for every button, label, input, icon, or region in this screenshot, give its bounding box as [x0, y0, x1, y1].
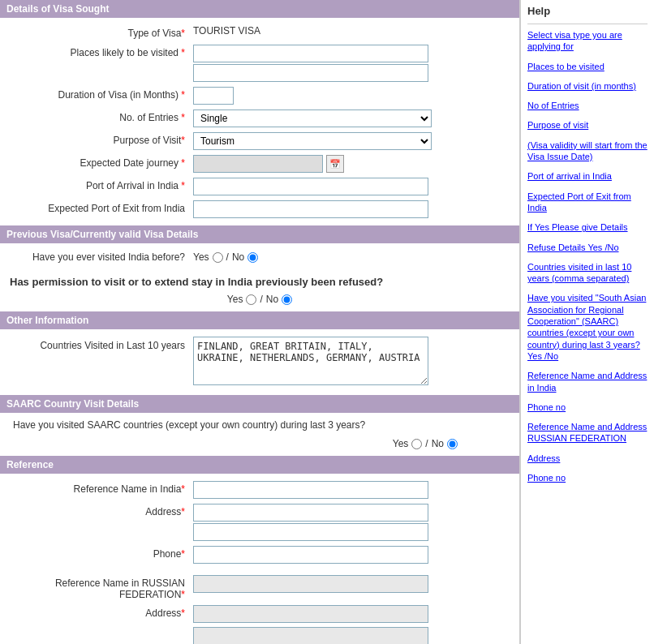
ref-name-russia-row: Reference Name in RUSSIAN FEDERATION* — [0, 573, 519, 603]
date-row: Expected Date journey * 📅 — [0, 152, 519, 175]
visited-india-radio-group: Yes / No — [193, 249, 513, 263]
ref-address-input-1[interactable]: MUMBAI, MOHAMMED ALI ROAD, KHADAK — [193, 504, 428, 522]
help-item-6[interactable]: Port of arrival in India — [527, 170, 648, 182]
duration-input[interactable]: 6 — [193, 87, 234, 105]
saarc-yes-label: Yes — [393, 438, 409, 449]
countries-row: Countries Visited in Last 10 years FINLA… — [0, 334, 519, 390]
help-item-8[interactable]: If Yes Please give Details — [527, 221, 648, 233]
countries-label: Countries Visited in Last 10 years — [6, 337, 193, 351]
saarc-yes-radio[interactable] — [411, 439, 422, 449]
duration-label: Duration of Visa (in Months) * — [6, 87, 193, 101]
ref-address-row: Address* MUMBAI, MOHAMMED ALI ROAD, KHAD… — [0, 501, 519, 543]
saarc-question-block: Have you visited SAARC countries (except… — [0, 413, 519, 456]
type-of-visa-label: Type of Visa* — [6, 25, 193, 39]
refused-no-label: No — [266, 294, 278, 305]
entries-row: No. of Entries * Single Double Multiple — [0, 107, 519, 130]
help-item-3[interactable]: No of Entries — [527, 100, 648, 111]
saarc-no-radio[interactable] — [447, 439, 458, 449]
ref-phone-label: Phone* — [6, 546, 193, 560]
ref-address-russia-label: Address* — [6, 605, 193, 619]
purpose-select[interactable]: Tourism Business Other — [193, 132, 432, 150]
visa-form-section: Type of Visa* TOURIST VISA Places likely… — [0, 18, 519, 225]
ref-phone-input[interactable]: +912223478310 — [193, 546, 428, 564]
help-item-9[interactable]: Refuse Details Yes /No — [527, 242, 648, 253]
refused-yes-label: Yes — [227, 294, 243, 305]
refused-question-block: Has permission to visit or to extend sta… — [0, 269, 519, 311]
saarc-title: SAARC Country Visit Details — [6, 398, 139, 410]
help-column: Help Select visa type you are applying f… — [520, 0, 654, 644]
places-row: Places likely to be visited * MUMBAI DEL… — [0, 42, 519, 84]
help-item-1[interactable]: Places to be visited — [527, 61, 648, 72]
help-item-2[interactable]: Duration of visit (in months) — [527, 80, 648, 92]
help-item-15[interactable]: Address — [527, 453, 648, 464]
exit-label: Expected Port of Exit from India — [6, 200, 193, 214]
ref-name-india-label: Reference Name in India* — [6, 481, 193, 495]
calendar-button[interactable]: 📅 — [326, 155, 344, 173]
places-label: Places likely to be visited * — [6, 45, 193, 58]
ref-address-russia-input-1[interactable] — [193, 605, 428, 623]
ref-name-russia-input[interactable] — [193, 575, 428, 593]
refused-yes-radio[interactable] — [246, 294, 256, 305]
section-header-prev-visa: Previous Visa/Currently valid Visa Detai… — [0, 225, 519, 243]
ref-name-india-row: Reference Name in India* HOTEL AL MOAZIN — [0, 479, 519, 501]
purpose-label: Purpose of Visit* — [6, 132, 193, 146]
ref-phone-row: Phone* +912223478310 — [0, 543, 519, 566]
places-controls: MUMBAI DELHI — [193, 45, 513, 82]
countries-textarea[interactable]: FINLAND, GREAT BRITAIN, ITALY, UKRAINE, … — [193, 337, 428, 385]
help-item-7[interactable]: Expected Port of Exit from India — [527, 191, 648, 214]
ref-name-russia-label: Reference Name in RUSSIAN FEDERATION* — [6, 575, 193, 600]
help-item-5[interactable]: (Visa validity will start from the Visa … — [527, 140, 648, 163]
places-input-2[interactable]: DELHI — [193, 64, 428, 82]
type-of-visa-value: TOURIST VISA — [193, 25, 513, 36]
help-title: Help — [527, 5, 648, 24]
ref-address-russia-input-2[interactable] — [193, 627, 428, 644]
refused-no-radio[interactable] — [282, 294, 292, 305]
help-item-13[interactable]: Phone no — [527, 401, 648, 413]
section-header-other: Other Information — [0, 311, 519, 329]
help-item-10[interactable]: Countries visited in last 10 years (comm… — [527, 261, 648, 285]
places-input-1[interactable]: MUMBAI — [193, 45, 428, 62]
duration-row: Duration of Visa (in Months) * 6 — [0, 84, 519, 107]
ref-name-india-input[interactable]: HOTEL AL MOAZIN — [193, 481, 428, 499]
purpose-row: Purpose of Visit* Tourism Business Other — [0, 130, 519, 152]
no-label-visited: No — [232, 251, 244, 263]
yes-radio-visited[interactable] — [213, 252, 223, 263]
date-input[interactable] — [193, 155, 323, 173]
ref-address-input-2[interactable]: 17/19 EM MERCHANT ROAD — [193, 523, 428, 541]
help-item-14[interactable]: Reference Name and Address RUSSIAN FEDER… — [527, 421, 648, 444]
help-item-11[interactable]: Have you visited "South Asian Associatio… — [527, 292, 648, 362]
reference-title: Reference — [6, 459, 54, 470]
section-header-reference: Reference — [0, 456, 519, 474]
help-item-0[interactable]: Select visa type you are applying for — [527, 29, 648, 53]
type-of-visa-row: Type of Visa* TOURIST VISA — [0, 23, 519, 42]
entries-label: No. of Entries * — [6, 109, 193, 123]
entries-select[interactable]: Single Double Multiple — [193, 109, 432, 127]
ref-address-russia-row: Address* — [0, 603, 519, 644]
refused-question-text: Has permission to visit or to extend sta… — [10, 276, 383, 288]
arrival-row: Port of Arrival in India * MUMBAI — [0, 175, 519, 198]
visited-india-label: Have you ever visited India before? — [6, 249, 193, 263]
section-header-visa: Details of Visa Sought — [0, 0, 519, 18]
saarc-no-label: No — [432, 438, 444, 449]
ref-address-label: Address* — [6, 504, 193, 517]
help-item-16[interactable]: Phone no — [527, 472, 648, 483]
saarc-question-text: Have you visited SAARC countries (except… — [13, 419, 506, 431]
arrival-input[interactable]: MUMBAI — [193, 178, 428, 195]
section-header-saarc: SAARC Country Visit Details — [0, 395, 519, 413]
exit-row: Expected Port of Exit from India DELHI — [0, 198, 519, 221]
other-info-title: Other Information — [6, 315, 88, 326]
visited-india-row: Have you ever visited India before? Yes … — [0, 247, 519, 266]
date-label: Expected Date journey * — [6, 155, 193, 169]
arrival-label: Port of Arrival in India * — [6, 178, 193, 191]
help-item-4[interactable]: Purpose of visit — [527, 119, 648, 131]
prev-visa-title: Previous Visa/Currently valid Visa Detai… — [6, 229, 198, 240]
help-item-12[interactable]: Reference Name and Address in India — [527, 370, 648, 393]
exit-input[interactable]: DELHI — [193, 200, 428, 218]
yes-label-visited: Yes — [193, 251, 209, 263]
section-title-visa: Details of Visa Sought — [6, 3, 109, 15]
no-radio-visited[interactable] — [247, 252, 258, 263]
